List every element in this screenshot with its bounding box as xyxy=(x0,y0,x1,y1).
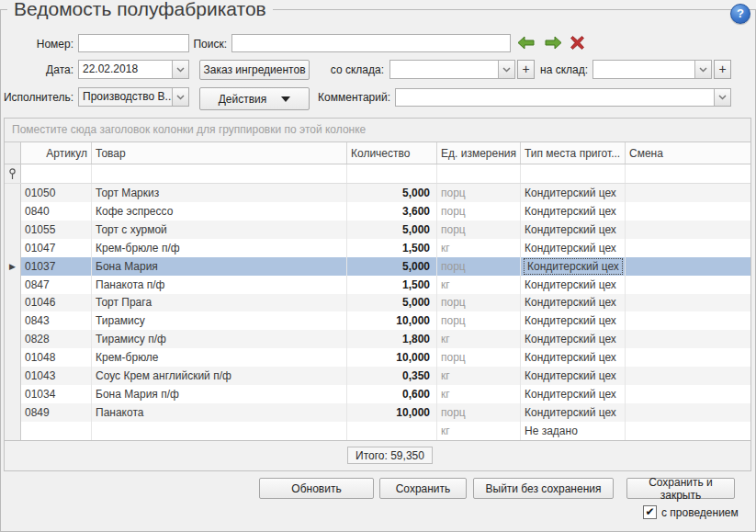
filter-row[interactable] xyxy=(5,164,750,184)
filter-unit[interactable] xyxy=(437,164,521,183)
actions-button[interactable]: Действия xyxy=(199,87,310,110)
cell-prep-type[interactable]: Не задано xyxy=(521,422,626,440)
cell-prep-type[interactable]: Кондитерский цех xyxy=(521,184,626,202)
cell-prep-type[interactable]: Кондитерский цех xyxy=(521,239,626,257)
cell-unit[interactable]: порц xyxy=(437,221,521,239)
cell-shift[interactable] xyxy=(626,367,750,385)
cell-unit[interactable]: кг xyxy=(437,422,521,440)
cell-shift[interactable] xyxy=(626,403,750,422)
cell-article[interactable]: 0840 xyxy=(21,202,92,221)
cell-article[interactable]: 01050 xyxy=(21,184,92,202)
cell-prep-type[interactable]: Кондитерский цех xyxy=(521,257,626,276)
chevron-down-icon[interactable] xyxy=(694,61,711,78)
cell-article[interactable] xyxy=(21,422,92,440)
cell-quantity[interactable]: 5,000 xyxy=(347,257,437,276)
comment-select[interactable] xyxy=(395,88,731,107)
cell-prep-type[interactable]: Кондитерский цех xyxy=(521,276,626,294)
cell-quantity[interactable]: 10,000 xyxy=(347,403,437,422)
cell-prep-type[interactable]: Кондитерский цех xyxy=(521,330,626,348)
table-row[interactable]: 01046Торт Прага5,000порцКондитерский цех xyxy=(5,294,750,312)
table-row[interactable]: 01048Крем-брюле10,000порцКондитерский це… xyxy=(5,348,750,367)
cell-quantity[interactable]: 5,000 xyxy=(347,294,437,312)
cell-article[interactable]: 0847 xyxy=(21,276,92,294)
from-store-select[interactable] xyxy=(389,60,515,79)
cell-unit[interactable]: кг xyxy=(437,276,521,294)
add-to-store-button[interactable]: + xyxy=(714,60,731,79)
cell-shift[interactable] xyxy=(626,422,750,440)
header-article[interactable]: Артикул xyxy=(21,142,92,164)
table-row[interactable]: 01055Торт с хурмой5,000порцКондитерский … xyxy=(5,221,750,239)
cell-quantity[interactable]: 10,000 xyxy=(347,348,437,367)
chevron-down-icon[interactable] xyxy=(172,61,188,78)
header-shift[interactable]: Смена xyxy=(626,142,750,164)
cell-unit[interactable]: порц xyxy=(437,184,521,202)
cell-product[interactable]: Бона Мария xyxy=(92,257,347,276)
header-product[interactable]: Товар xyxy=(92,142,347,164)
cell-quantity[interactable]: 10,000 xyxy=(347,311,437,330)
row-indicator[interactable] xyxy=(5,294,21,312)
cell-unit[interactable]: кг xyxy=(437,239,521,257)
cell-unit[interactable]: порц xyxy=(437,294,521,312)
cell-product[interactable]: Кофе эспрессо xyxy=(92,202,347,221)
cell-prep-type[interactable]: Кондитерский цех xyxy=(521,294,626,312)
save-button[interactable]: Сохранить xyxy=(379,478,467,499)
cell-product[interactable]: Соус Крем английский п/ф xyxy=(92,367,347,385)
group-by-panel[interactable]: Поместите сюда заголовок колонки для гру… xyxy=(5,119,750,142)
chevron-down-icon[interactable] xyxy=(714,89,730,106)
to-store-select[interactable] xyxy=(592,60,712,79)
chevron-down-icon[interactable] xyxy=(498,61,514,78)
table-row[interactable]: 0847Панакота п/ф1,500кгКондитерский цех xyxy=(5,276,750,294)
row-indicator[interactable] xyxy=(5,403,21,422)
cell-article[interactable]: 0849 xyxy=(21,403,92,422)
cell-product[interactable]: Крем-брюле п/ф xyxy=(92,239,347,257)
row-indicator[interactable] xyxy=(5,239,21,257)
cell-unit[interactable]: порц xyxy=(437,311,521,330)
cell-unit[interactable]: порц xyxy=(437,403,521,422)
row-indicator[interactable] xyxy=(5,311,21,330)
cell-quantity[interactable]: 1,500 xyxy=(347,239,437,257)
row-indicator[interactable] xyxy=(5,202,21,221)
cell-unit[interactable]: порц xyxy=(437,348,521,367)
add-from-store-button[interactable]: + xyxy=(517,60,535,79)
cell-product[interactable]: Тирамису п/ф xyxy=(92,330,347,348)
cell-quantity[interactable]: 5,000 xyxy=(347,184,437,202)
cell-product[interactable]: Торт с хурмой xyxy=(92,221,347,239)
table-row[interactable]: 01050Торт Маркиз5,000порцКондитерский це… xyxy=(5,184,750,202)
cell-shift[interactable] xyxy=(626,184,750,202)
filter-prep-type[interactable] xyxy=(521,164,626,183)
refresh-button[interactable]: Обновить xyxy=(259,478,374,499)
filter-article[interactable] xyxy=(21,164,92,183)
cell-article[interactable]: 01055 xyxy=(21,221,92,239)
cell-article[interactable]: 0828 xyxy=(21,330,92,348)
cell-quantity[interactable] xyxy=(347,422,437,440)
table-row[interactable]: ▶01037Бона Мария5,000порцКондитерский це… xyxy=(5,257,750,276)
cell-prep-type[interactable]: Кондитерский цех xyxy=(521,348,626,367)
cell-prep-type[interactable]: Кондитерский цех xyxy=(521,367,626,385)
cell-article[interactable]: 0843 xyxy=(21,311,92,330)
filter-quantity[interactable] xyxy=(347,164,437,183)
cell-product[interactable]: Панакота п/ф xyxy=(92,276,347,294)
cell-product[interactable]: Бона Мария п/ф xyxy=(92,385,347,403)
cell-shift[interactable] xyxy=(626,221,750,239)
row-indicator[interactable]: ▶ xyxy=(5,257,21,276)
cell-article[interactable]: 01043 xyxy=(21,367,92,385)
table-row[interactable]: 01043Соус Крем английский п/ф0,350кгКонд… xyxy=(5,367,750,385)
search-next-icon[interactable] xyxy=(544,36,562,53)
post-checkbox[interactable]: ✔ xyxy=(643,505,657,519)
cell-quantity[interactable]: 3,600 xyxy=(347,202,437,221)
header-prep-type[interactable]: Тип места пригот... xyxy=(521,142,626,164)
cell-shift[interactable] xyxy=(626,257,750,276)
row-indicator[interactable] xyxy=(5,184,21,202)
cell-shift[interactable] xyxy=(626,202,750,221)
search-clear-icon[interactable] xyxy=(570,36,584,53)
cell-prep-type[interactable]: Кондитерский цех xyxy=(521,385,626,403)
cell-product[interactable]: Тирамису xyxy=(92,311,347,330)
number-input[interactable] xyxy=(78,34,189,52)
header-quantity[interactable]: Количество xyxy=(347,142,437,164)
cell-prep-type[interactable]: Кондитерский цех xyxy=(521,202,626,221)
order-ingredients-button[interactable]: Заказ ингредиентов xyxy=(199,60,310,80)
cell-unit[interactable]: кг xyxy=(437,367,521,385)
cell-quantity[interactable]: 0,350 xyxy=(347,367,437,385)
cell-article[interactable]: 01034 xyxy=(21,385,92,403)
table-row[interactable]: 01034Бона Мария п/ф0,600кгКондитерский ц… xyxy=(5,385,750,403)
